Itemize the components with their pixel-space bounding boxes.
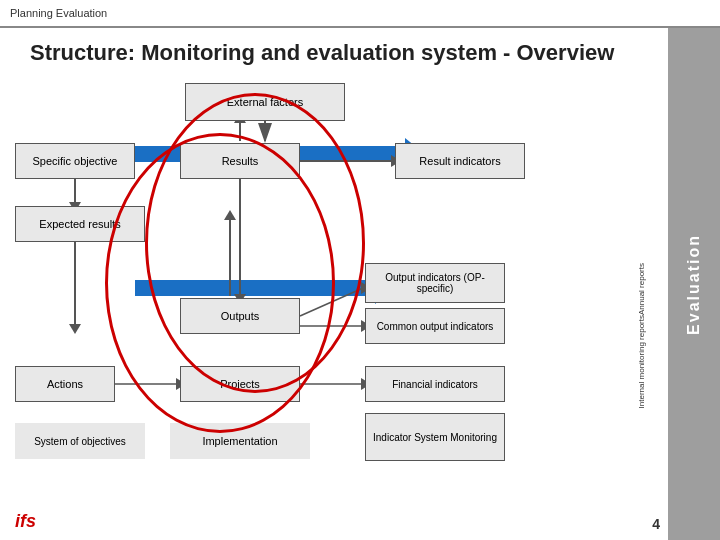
logo-text: ifs (15, 511, 36, 531)
eval-label: Evaluation (685, 234, 703, 335)
internal-reports-label: Internal monitoring reports (637, 315, 646, 408)
svg-line-19 (300, 288, 363, 316)
main-content: Structure: Monitoring and evaluation sys… (0, 28, 720, 540)
header-bar: Planning Evaluation (0, 0, 720, 28)
system-of-objectives-box: System of objectives (15, 423, 145, 459)
indicator-system-box: Indicator System Monitoring (365, 413, 505, 461)
projects-box: Projects (180, 366, 300, 402)
page-number: 4 (652, 516, 660, 532)
page-title: Structure: Monitoring and evaluation sys… (30, 40, 614, 66)
red-circle-1 (145, 93, 365, 393)
results-box: Results (180, 143, 300, 179)
common-output-box: Common output indicators (365, 308, 505, 344)
outputs-box: Outputs (180, 298, 300, 334)
diagram: External factors Specific objective Resu… (15, 78, 668, 530)
expected-results-box: Expected results (15, 206, 145, 242)
actions-box: Actions (15, 366, 115, 402)
result-indicators-box: Result indicators (395, 143, 525, 179)
eval-sidebar: Evaluation (668, 28, 720, 540)
specific-objective-box: Specific objective (15, 143, 135, 179)
header-title: Planning Evaluation (10, 7, 107, 19)
svg-marker-10 (69, 324, 81, 334)
logo: ifs (15, 511, 36, 532)
output-indicators-box: Output indicators (OP-specific) (365, 263, 505, 303)
annual-reports-label: Annual reports (637, 263, 646, 315)
reports-text: Annual reports Internal monitoring repor… (616, 263, 666, 383)
svg-marker-14 (224, 210, 236, 220)
financial-indicators-box: Financial indicators (365, 366, 505, 402)
implementation-box: Implementation (170, 423, 310, 459)
external-factors-box: External factors (185, 83, 345, 121)
svg-rect-2 (135, 280, 375, 296)
